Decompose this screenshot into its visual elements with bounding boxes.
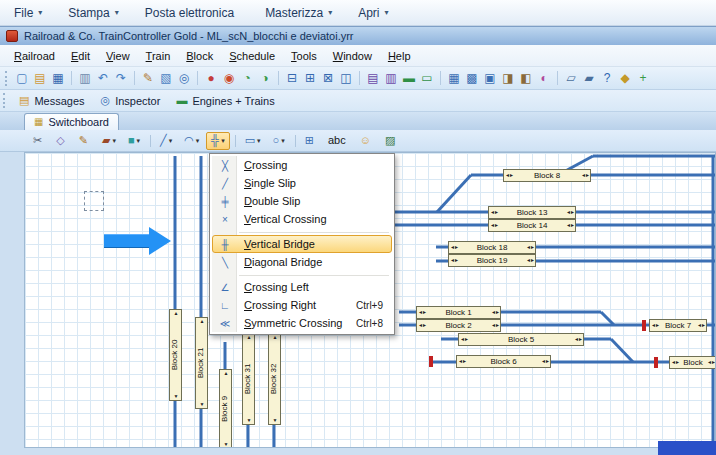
- block[interactable]: ◄►Block 14◄►: [488, 219, 576, 232]
- pencil-tool[interactable]: ✎: [74, 132, 95, 150]
- color-swatch-tool[interactable]: ■ ▾: [123, 132, 145, 150]
- print-icon[interactable]: ▥: [76, 69, 94, 87]
- menu-item[interactable]: ╪ Double Slip: [212, 192, 392, 210]
- line-tool[interactable]: ╱ ▾: [155, 132, 177, 150]
- photo-viewer-menu-item[interactable]: Stampa ▾: [68, 6, 118, 20]
- menu-item[interactable]: ≪ Symmetric Crossing Ctrl+8: [212, 314, 392, 332]
- clock-icon[interactable]: ◔: [238, 69, 256, 87]
- image-tool[interactable]: ▨: [380, 132, 402, 150]
- block[interactable]: ◄►Block 5◄►: [458, 333, 584, 346]
- power-icon[interactable]: ◉: [220, 69, 238, 87]
- menubar-item[interactable]: Edit: [63, 47, 98, 65]
- speed-icon[interactable]: ◐: [535, 69, 553, 87]
- monitor-icon[interactable]: ▣: [481, 69, 499, 87]
- route-icon[interactable]: ⊞: [301, 69, 319, 87]
- engine-icon[interactable]: ▭: [418, 69, 436, 87]
- scissors-tool[interactable]: ✂: [28, 132, 49, 150]
- stop-all-icon[interactable]: ●: [202, 69, 220, 87]
- menubar-item[interactable]: View: [98, 47, 138, 65]
- menu-item-label: Vertical Crossing: [244, 213, 383, 225]
- block-label: Block 7: [659, 322, 697, 330]
- menu-item[interactable]: ╲ Diagonal Bridge: [212, 253, 392, 271]
- inspector-button[interactable]: ◎ Inspector: [93, 92, 169, 110]
- photo-viewer-menu-item[interactable]: Masterizza ▾: [265, 6, 332, 20]
- block[interactable]: ◄►Block 6◄►: [456, 355, 551, 368]
- track-segment[interactable]: [437, 175, 471, 212]
- block[interactable]: ▲Block 32▼: [268, 333, 281, 425]
- photo-viewer-menu-item[interactable]: File ▾: [14, 6, 42, 20]
- turnout-icon[interactable]: ⊠: [319, 69, 337, 87]
- block[interactable]: ◄►Block 18◄►: [448, 241, 536, 254]
- undo-icon[interactable]: ↶: [94, 69, 112, 87]
- smiley-tool[interactable]: ☺: [355, 132, 378, 150]
- redo-icon[interactable]: ↷: [112, 69, 130, 87]
- zoom-icon[interactable]: ◎: [175, 69, 193, 87]
- title-bar[interactable]: Railroad & Co. TrainController Gold - ML…: [0, 26, 716, 45]
- pause-clock-icon[interactable]: ◑: [256, 69, 274, 87]
- menu-item[interactable]: ∟ Crossing Right Ctrl+9: [212, 296, 392, 314]
- block[interactable]: ◄►Block 8◄►: [503, 169, 591, 182]
- block-label: Block 5: [468, 336, 574, 344]
- block-label: Block 14: [498, 222, 566, 230]
- new-file-icon[interactable]: ▢: [13, 69, 31, 87]
- crane-icon[interactable]: ◨: [499, 69, 517, 87]
- menu-item[interactable]: ╱ Single Slip: [212, 174, 392, 192]
- menu-label: Stampa: [68, 6, 109, 20]
- brush-tool[interactable]: ▰ ▾: [97, 132, 121, 150]
- menu-item[interactable]: ╳ Crossing: [212, 156, 392, 174]
- chevron-down-icon: ▾: [38, 8, 42, 17]
- menubar-item[interactable]: Block: [178, 47, 221, 65]
- menubar-item[interactable]: Tools: [283, 47, 325, 65]
- block[interactable]: ◄►Block 1◄►: [416, 306, 501, 319]
- wand-tool[interactable]: ◇: [51, 132, 71, 150]
- engines-trains-button[interactable]: ▬ Engines + Trains: [168, 92, 282, 110]
- block[interactable]: ◄►Block◄►: [669, 356, 716, 369]
- messages-button[interactable]: ▤ Messages: [11, 92, 93, 110]
- window-new-icon[interactable]: ▱: [562, 69, 580, 87]
- tool-icon: abc: [328, 135, 346, 146]
- block[interactable]: ◄►Block 19◄►: [448, 254, 536, 267]
- signal-icon[interactable]: ◫: [337, 69, 355, 87]
- block[interactable]: ◄►Block 7◄►: [649, 319, 707, 332]
- block-tool[interactable]: ⊞: [300, 132, 321, 150]
- turntable-icon[interactable]: ◧: [517, 69, 535, 87]
- menu-item[interactable]: ∠ Crossing Left: [212, 278, 392, 296]
- dispatcher-icon[interactable]: ▩: [463, 69, 481, 87]
- timetable-icon[interactable]: ▥: [382, 69, 400, 87]
- window-cascade-icon[interactable]: ▰: [580, 69, 598, 87]
- lock-icon[interactable]: ◆: [616, 69, 634, 87]
- text-tool[interactable]: abc: [323, 132, 353, 150]
- track-segment[interactable]: [601, 312, 614, 325]
- menubar-item[interactable]: Help: [380, 47, 419, 65]
- menu-item-shortcut: Ctrl+8: [356, 318, 383, 329]
- properties-icon[interactable]: ▧: [157, 69, 175, 87]
- photo-viewer-menu-item[interactable]: Posta elettronica: [145, 6, 239, 20]
- menu-item[interactable]: × Vertical Crossing: [212, 210, 392, 228]
- curve-tool[interactable]: ◠ ▾: [179, 132, 204, 150]
- menubar-item[interactable]: Train: [138, 47, 179, 65]
- toolbar-grip[interactable]: [5, 71, 9, 86]
- rectangle-tool[interactable]: ▭ ▾: [240, 132, 266, 150]
- switchboard-view-icon[interactable]: ▦: [445, 69, 463, 87]
- toolbar-grip[interactable]: [3, 93, 7, 108]
- circle-tool[interactable]: ○ ▾: [268, 132, 290, 150]
- menubar-item[interactable]: Railroad: [6, 47, 63, 65]
- block[interactable]: ◄►Block 13◄►: [488, 206, 576, 219]
- train-icon[interactable]: ▬: [400, 69, 418, 87]
- schedule-icon[interactable]: ▤: [364, 69, 382, 87]
- help-icon[interactable]: ?: [598, 69, 616, 87]
- photo-viewer-menu-item[interactable]: Apri ▾: [358, 6, 388, 20]
- add-icon[interactable]: +: [634, 69, 652, 87]
- block[interactable]: ◄►Block 2◄►: [416, 319, 501, 332]
- crossing-tool[interactable]: ╬ ▾: [206, 132, 229, 150]
- block-symbol-icon[interactable]: ⊟: [283, 69, 301, 87]
- open-file-icon[interactable]: ▤: [31, 69, 49, 87]
- menu-item[interactable]: ╫ Vertical Bridge: [212, 235, 392, 253]
- menubar-item[interactable]: Window: [325, 47, 380, 65]
- switchboard-canvas[interactable]: ╳ Crossing ╱ Single Slip ╪ Double Slip: [24, 152, 716, 448]
- track-segment[interactable]: [611, 339, 633, 362]
- save-icon[interactable]: ▦: [49, 69, 67, 87]
- tab-switchboard[interactable]: ▦ Switchboard: [24, 113, 119, 130]
- menubar-item[interactable]: Schedule: [221, 47, 283, 65]
- edit-mode-icon[interactable]: ✎: [139, 69, 157, 87]
